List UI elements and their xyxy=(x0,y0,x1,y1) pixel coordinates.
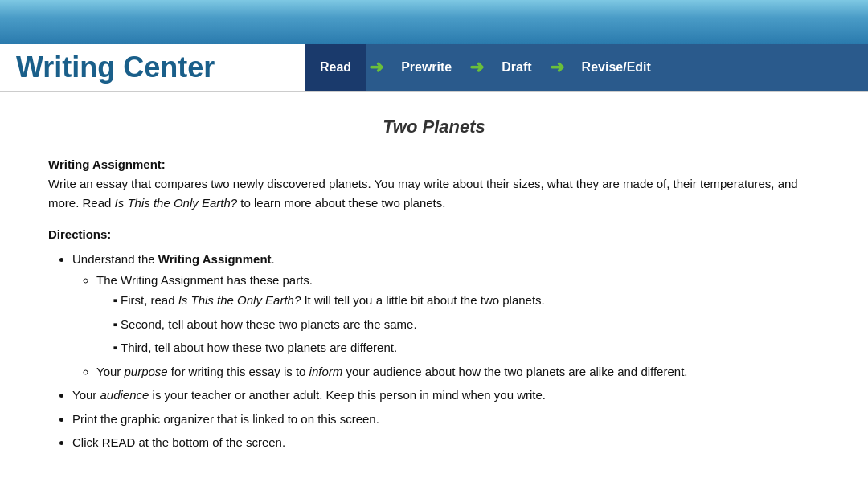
directions-label: Directions: xyxy=(48,227,820,241)
main-content: Two Planets Writing Assignment: Write an… xyxy=(0,92,868,480)
subsub-item-first: First, read Is This the Only Earth? It w… xyxy=(121,290,820,311)
tab-revise-edit[interactable]: Revise/Edit xyxy=(567,44,665,91)
writing-assignment-label: Writing Assignment: xyxy=(48,157,166,171)
app-title: Writing Center xyxy=(16,51,215,84)
subsub-list: First, read Is This the Only Earth? It w… xyxy=(121,290,820,358)
list-item-understand-text: Understand the Writing Assignment. xyxy=(72,252,275,266)
list-item-audience-text: Your audience is your teacher or another… xyxy=(72,388,546,402)
tab-draft[interactable]: Draft xyxy=(487,44,546,91)
tab-prewrite[interactable]: Prewrite xyxy=(387,44,466,91)
list-item-audience: Your audience is your teacher or another… xyxy=(72,385,820,406)
navigation-tabs: Read ➜ Prewrite ➜ Draft ➜ Revise/Edit xyxy=(305,44,868,91)
arrow-icon-1: ➜ xyxy=(366,57,387,78)
sub-item-parts: The Writing Assignment has these parts. … xyxy=(96,270,820,358)
sub-item-purpose-text: Your purpose for writing this essay is t… xyxy=(96,365,687,378)
tab-read[interactable]: Read xyxy=(305,44,366,91)
tab-revise-edit-label: Revise/Edit xyxy=(582,60,651,75)
subsub-item-third-text: Third, tell about how these two planets … xyxy=(121,341,397,354)
sub-item-parts-text: The Writing Assignment has these parts. xyxy=(96,273,313,287)
arrow-icon-2: ➜ xyxy=(466,57,487,78)
list-item-click-read: Click READ at the bottom of the screen. xyxy=(72,432,820,453)
tab-read-label: Read xyxy=(320,60,351,75)
top-banner xyxy=(0,0,868,44)
subsub-item-third: Third, tell about how these two planets … xyxy=(121,337,820,358)
subsub-item-second: Second, tell about how these two planets… xyxy=(121,314,820,335)
directions-list: Understand the Writing Assignment. The W… xyxy=(72,249,820,453)
list-item-print-text: Print the graphic organizer that is link… xyxy=(72,412,379,426)
writing-assignment-block: Writing Assignment: Write an essay that … xyxy=(48,155,820,213)
list-item-print: Print the graphic organizer that is link… xyxy=(72,409,820,430)
list-item-click-read-text: Click READ at the bottom of the screen. xyxy=(72,435,285,449)
subsub-item-second-text: Second, tell about how these two planets… xyxy=(121,317,417,331)
tab-draft-label: Draft xyxy=(502,60,531,75)
list-item-understand: Understand the Writing Assignment. The W… xyxy=(72,249,820,382)
header: Writing Center Read ➜ Prewrite ➜ Draft ➜… xyxy=(0,44,868,92)
content-title: Two Planets xyxy=(48,116,820,137)
header-title-area: Writing Center xyxy=(0,44,305,91)
subsub-item-first-text: First, read Is This the Only Earth? It w… xyxy=(121,293,545,307)
tab-prewrite-label: Prewrite xyxy=(401,60,452,75)
writing-assignment-text: Write an essay that compares two newly d… xyxy=(48,177,798,210)
sub-list-understand: The Writing Assignment has these parts. … xyxy=(96,270,820,382)
sub-item-purpose: Your purpose for writing this essay is t… xyxy=(96,361,820,382)
arrow-icon-3: ➜ xyxy=(547,57,567,78)
